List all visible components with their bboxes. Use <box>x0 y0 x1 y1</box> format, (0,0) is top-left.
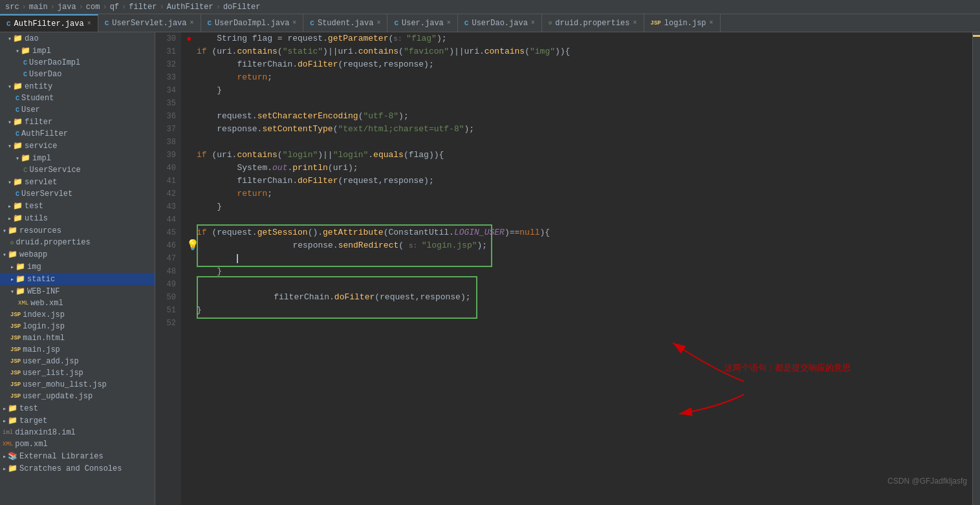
breadcrumb-qf[interactable]: qf <box>110 3 119 12</box>
code-line-38 <box>181 136 972 149</box>
tab-close-icon5[interactable]: × <box>447 19 451 27</box>
annotation-overlay: 这两个语句：都是提交响应的意思 <box>556 330 828 462</box>
java-file-icon6: C <box>464 19 469 27</box>
breadcrumb-main[interactable]: main <box>29 3 48 12</box>
sidebar-label: img <box>27 263 41 272</box>
sidebar-item-userdaoimpl[interactable]: C UserDaoImpl <box>0 57 155 69</box>
breadcrumb-com[interactable]: com <box>86 3 100 12</box>
sidebar-item-mainhtml[interactable]: JSP main.html <box>0 332 155 344</box>
annotation-text: 这两个语句：都是提交响应的意思 <box>724 362 851 374</box>
breadcrumb-src[interactable]: src <box>5 3 19 12</box>
jsp-file-icon5: JSP <box>10 358 21 365</box>
folder-icon: 📚 <box>8 451 17 461</box>
sidebar-item-user[interactable]: C User <box>0 104 155 116</box>
folder-icon: 📁 <box>16 286 25 296</box>
sidebar-item-student[interactable]: C Student <box>0 92 155 104</box>
sidebar-item-indexjsp[interactable]: JSP index.jsp <box>0 309 155 321</box>
sidebar-item-test2[interactable]: ▸ 📁 test <box>0 402 155 414</box>
tab-close-icon6[interactable]: × <box>531 19 535 27</box>
code-line-47 <box>181 252 972 265</box>
tab-label: Student.java <box>318 19 373 28</box>
sidebar-item-servlet[interactable]: ▾ 📁 servlet <box>0 176 155 188</box>
sidebar-item-utils[interactable]: ▸ 📁 utils <box>0 212 155 224</box>
sidebar-item-webxml[interactable]: XML web.xml <box>0 297 155 309</box>
tab-close-icon3[interactable]: × <box>292 19 296 27</box>
sidebar-item-mainjsp[interactable]: JSP main.jsp <box>0 344 155 356</box>
code-line-39: if (uri.contains("login")||"login".equal… <box>181 149 972 162</box>
tab-student[interactable]: C Student.java × <box>303 14 387 32</box>
code-content: ● String flag = request.getParameter(s: … <box>181 32 972 505</box>
code-line-34: } <box>181 84 972 97</box>
sidebar-item-iml[interactable]: iml dianxin18.iml <box>0 427 155 438</box>
breadcrumb-filter[interactable]: filter <box>129 3 157 12</box>
sidebar-label: resources <box>19 226 61 235</box>
sidebar-item-static[interactable]: ▸ 📁 static <box>0 273 155 285</box>
tab-close-icon2[interactable]: × <box>190 19 193 27</box>
tab-close-icon4[interactable]: × <box>376 19 380 27</box>
sidebar-item-webapp[interactable]: ▾ 📁 webapp <box>0 248 155 261</box>
sidebar-item-loginjsp[interactable]: JSP login.jsp <box>0 321 155 332</box>
sidebar-label: UserDaoImpl <box>29 58 80 67</box>
sidebar-item-filter[interactable]: ▾ 📁 filter <box>0 116 155 128</box>
tab-authfilter[interactable]: C AuthFilter.java × <box>0 14 98 32</box>
code-line-36: request.setCharacterEncoding("utf-8"); <box>181 110 972 123</box>
breadcrumb-dofilter[interactable]: doFilter <box>223 3 261 12</box>
expand-arrow: ▾ <box>10 288 14 295</box>
sidebar-item-scratches[interactable]: ▸ 📁 Scratches and Consoles <box>0 462 155 475</box>
watermark: CSDN @GFJadfkljasfg <box>887 477 967 486</box>
sidebar-label: AuthFilter <box>21 129 68 138</box>
sidebar-item-druid[interactable]: ⚙ druid.properties <box>0 237 155 248</box>
sidebar-item-impl2[interactable]: ▾ 📁 impl <box>0 152 155 164</box>
folder-icon: 📁 <box>13 213 23 223</box>
sidebar-item-userlistjsp[interactable]: JSP user_list.jsp <box>0 367 155 379</box>
sidebar-item-img[interactable]: ▸ 📁 img <box>0 261 155 273</box>
tab-label: UserDao.java <box>472 19 527 28</box>
sidebar-item-service[interactable]: ▾ 📁 service <box>0 140 155 152</box>
sidebar-item-authfilter[interactable]: C AuthFilter <box>0 128 155 140</box>
breadcrumb-authfilter[interactable]: AuthFilter <box>167 3 213 12</box>
sidebar-item-impl[interactable]: ▾ 📁 impl <box>0 45 155 57</box>
c-file-icon: C <box>16 131 19 138</box>
tab-close-icon8[interactable]: × <box>710 19 713 27</box>
tab-userservlet[interactable]: C UserServlet.java × <box>98 14 201 32</box>
code-editor[interactable]: 30 31 32 33 34 35 36 37 38 39 40 41 42 4… <box>155 32 972 505</box>
tab-close-icon7[interactable]: × <box>633 19 637 27</box>
sidebar-item-userservlet[interactable]: C UserServlet <box>0 188 155 200</box>
tab-userdaoimpl[interactable]: C UserDaoImpl.java × <box>201 14 304 32</box>
right-scrollbar-panel[interactable] <box>972 32 980 505</box>
sidebar-label: index.jsp <box>23 310 65 319</box>
sidebar-item-userservice[interactable]: C UserService <box>0 164 155 176</box>
jsp-file-icon8: JSP <box>10 393 21 400</box>
sidebar-item-test[interactable]: ▸ 📁 test <box>0 200 155 212</box>
tab-druid[interactable]: ⚙ druid.properties × <box>542 14 644 32</box>
sidebar-label: static <box>27 275 55 284</box>
tab-loginjsp[interactable]: JSP login.jsp × <box>644 14 721 32</box>
folder-icon: 📁 <box>13 141 23 151</box>
sidebar-label: service <box>25 142 57 151</box>
tab-userdao[interactable]: C UserDao.java × <box>458 14 542 32</box>
tab-close-icon[interactable]: × <box>87 20 91 27</box>
sidebar-item-target[interactable]: ▸ 📁 target <box>0 414 155 427</box>
tab-user[interactable]: C User.java × <box>387 14 457 32</box>
sidebar-label: Student <box>21 94 54 103</box>
sidebar-item-webinf[interactable]: ▾ 📁 WEB-INF <box>0 285 155 297</box>
sidebar-label: web.xml <box>30 299 63 308</box>
sidebar: ▾ 📁 dao ▾ 📁 impl C UserDaoImpl C UserDao… <box>0 32 155 505</box>
sidebar-item-useraddjsp[interactable]: JSP user_add.jsp <box>0 356 155 367</box>
sidebar-item-pom[interactable]: XML pom.xml <box>0 438 155 450</box>
sidebar-item-userdao[interactable]: C UserDao <box>0 69 155 80</box>
java-file-icon4: C <box>310 19 314 27</box>
breadcrumb: src › main › java › com › qf › filter › … <box>0 0 980 14</box>
annotation-arrows <box>556 330 828 459</box>
java-file-icon: C <box>6 20 11 28</box>
sidebar-item-external[interactable]: ▸ 📚 External Libraries <box>0 450 155 462</box>
sidebar-item-dao[interactable]: ▾ 📁 dao <box>0 32 155 45</box>
sidebar-item-entity[interactable]: ▾ 📁 entity <box>0 80 155 92</box>
main-area: ▾ 📁 dao ▾ 📁 impl C UserDaoImpl C UserDao… <box>0 32 980 505</box>
sidebar-item-usermohu[interactable]: JSP user_mohu_list.jsp <box>0 379 155 391</box>
sidebar-item-userupdate[interactable]: JSP user_update.jsp <box>0 391 155 402</box>
code-line-50: filterChain.doFilter(request,response); <box>181 291 972 304</box>
breadcrumb-java[interactable]: java <box>58 3 76 12</box>
sidebar-label: impl <box>32 47 51 56</box>
sidebar-item-resources[interactable]: ▾ 📁 resources <box>0 224 155 237</box>
